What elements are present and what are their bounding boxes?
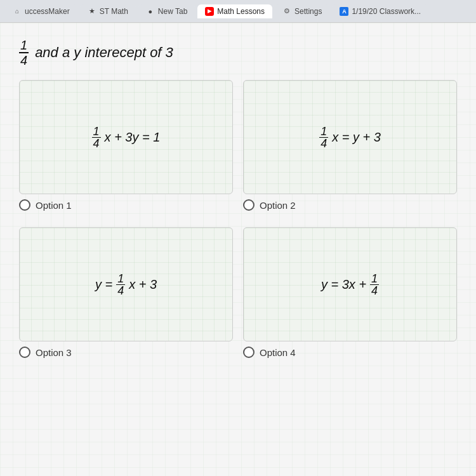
option4-wrapper: y = 3x + 1 4 Option 4	[243, 227, 457, 362]
tab-stmath[interactable]: ★ ST Math	[80, 4, 136, 18]
option4-card[interactable]: y = 3x + 1 4	[243, 227, 457, 341]
star-icon: ★	[88, 7, 96, 16]
option4-equation: y = 3x + 1 4	[321, 273, 379, 296]
eq4-den: 4	[370, 285, 379, 296]
gear-icon: ⚙	[282, 7, 291, 16]
main-content: 1 4 and a y interecept of 3 1 4 x + 3y =…	[0, 23, 476, 476]
tab-successmaker[interactable]: ⌂ uccessMaker	[5, 4, 77, 18]
option4-label: Option 4	[260, 347, 296, 358]
tab-label-mathlessons: Math Lessons	[217, 7, 265, 16]
eq1-fraction: 1 4	[92, 126, 101, 149]
tab-classwork[interactable]: A 1/19/20 Classwork...	[332, 4, 428, 18]
tab-label-settings: Settings	[294, 7, 322, 16]
tab-settings[interactable]: ⚙ Settings	[275, 4, 329, 18]
option2-radio[interactable]	[243, 199, 255, 211]
eq3-num: 1	[116, 273, 125, 285]
eq1-den: 4	[92, 138, 101, 149]
option3-equation: y = 1 4 x + 3	[95, 273, 157, 296]
eq3-text: x + 3	[129, 277, 157, 292]
tab-label-newtab: New Tab	[158, 7, 187, 16]
option2-card[interactable]: 1 4 x = y + 3	[243, 80, 457, 194]
option1-label-row: Option 1	[19, 199, 233, 211]
option3-label-row: Option 3	[19, 347, 233, 358]
problem-header: 1 4 and a y interecept of 3	[19, 38, 457, 67]
option1-radio[interactable]	[19, 199, 30, 211]
eq4-pre: y = 3x +	[321, 277, 366, 292]
tab-label-successmaker: uccessMaker	[25, 7, 70, 16]
option3-card[interactable]: y = 1 4 x + 3	[19, 227, 233, 341]
tab-label-classwork: 1/19/20 Classwork...	[352, 7, 421, 16]
eq3-den: 4	[116, 285, 125, 296]
fraction-denominator: 4	[19, 53, 29, 67]
option3-wrapper: y = 1 4 x + 3 Option 3	[19, 227, 233, 362]
header-fraction: 1 4	[19, 38, 29, 67]
eq4-fraction: 1 4	[370, 273, 379, 296]
eq1-num: 1	[92, 126, 101, 138]
eq2-den: 4	[319, 138, 328, 149]
eq2-text: x = y + 3	[332, 130, 381, 145]
eq3-fraction: 1 4	[116, 273, 125, 296]
option4-label-row: Option 4	[243, 347, 457, 358]
options-grid: 1 4 x + 3y = 1 Option 1 1 4 x =	[19, 80, 457, 362]
option1-wrapper: 1 4 x + 3y = 1 Option 1	[19, 80, 233, 215]
option2-equation: 1 4 x = y + 3	[319, 126, 381, 149]
option3-radio[interactable]	[19, 347, 30, 358]
tab-mathlessons[interactable]: ▶ Math Lessons	[197, 4, 272, 18]
doc-icon: A	[340, 7, 348, 16]
option2-wrapper: 1 4 x = y + 3 Option 2	[243, 80, 457, 215]
option1-equation: 1 4 x + 3y = 1	[92, 126, 161, 149]
eq1-text: x + 3y = 1	[105, 130, 161, 145]
option1-label: Option 1	[36, 200, 72, 211]
eq2-num: 1	[319, 126, 328, 138]
header-text: and a y interecept of 3	[35, 44, 173, 61]
eq2-fraction: 1 4	[319, 126, 328, 149]
option4-radio[interactable]	[243, 347, 255, 358]
eq3-pre: y =	[95, 277, 112, 292]
option1-card[interactable]: 1 4 x + 3y = 1	[19, 80, 233, 194]
circle-icon: ●	[146, 7, 155, 16]
youtube-icon: ▶	[205, 7, 214, 16]
option2-label-row: Option 2	[243, 199, 457, 211]
option2-label: Option 2	[260, 200, 296, 211]
option3-label: Option 3	[36, 347, 72, 358]
tab-label-stmath: ST Math	[100, 7, 128, 16]
eq4-num: 1	[370, 273, 379, 285]
tab-bar: ⌂ uccessMaker ★ ST Math ● New Tab ▶ Math…	[0, 0, 476, 23]
house-icon: ⌂	[13, 7, 22, 16]
tab-newtab[interactable]: ● New Tab	[138, 4, 195, 18]
fraction-numerator: 1	[19, 38, 29, 53]
